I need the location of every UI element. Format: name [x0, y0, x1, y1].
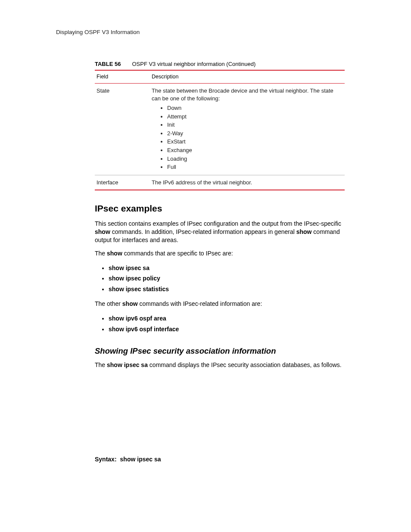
list-item: show ipsec policy: [109, 273, 345, 284]
table-row: State The state between the Brocade devi…: [95, 84, 345, 174]
keyword-show: show: [296, 228, 312, 235]
list-item: show ipsec sa: [109, 263, 345, 274]
keyword-show: show: [122, 300, 138, 307]
state-item: Init: [167, 121, 343, 129]
heading-showing-ipsec-sa: Showing IPsec security association infor…: [95, 346, 345, 357]
syntax-line: Syntax:show ipsec sa: [95, 455, 345, 464]
text: The: [95, 250, 107, 257]
paragraph: The show commands that are specific to I…: [95, 249, 345, 258]
table-56: TABLE 56OSPF V3 virtual neighbor informa…: [95, 60, 345, 190]
text: commands with IPsec-related information …: [138, 300, 262, 307]
keyword-command: show ipsec sa: [107, 361, 148, 368]
state-item: ExStart: [167, 137, 343, 146]
state-item: Full: [167, 163, 343, 171]
text: This section contains examples of IPsec …: [95, 220, 341, 227]
state-intro: The state between the Brocade device and…: [152, 87, 343, 102]
state-item: Down: [167, 104, 343, 112]
text: commands. In addition, IPsec-related inf…: [110, 228, 296, 235]
syntax-command: show ipsec sa: [120, 456, 161, 463]
table-cell-description: The IPv6 address of the virtual neighbor…: [152, 179, 343, 187]
state-item: Exchange: [167, 146, 343, 155]
table-cell-field: State: [97, 87, 152, 171]
heading-ipsec-examples: IPsec examples: [95, 202, 345, 215]
command-list-other: show ipv6 ospf area show ipv6 ospf inter…: [95, 313, 345, 335]
paragraph: The show ipsec sa command displays the I…: [95, 361, 345, 369]
state-item: Attempt: [167, 112, 343, 121]
command-list-ipsec: show ipsec sa show ipsec policy show ips…: [95, 263, 345, 295]
table-cell-field: Interface: [97, 179, 152, 187]
state-item: 2-Way: [167, 129, 343, 138]
text: The other: [95, 300, 122, 307]
paragraph: This section contains examples of IPsec …: [95, 220, 345, 244]
table-cell-description: The state between the Brocade device and…: [152, 87, 343, 171]
list-item: show ipv6 ospf interface: [109, 324, 345, 335]
state-list: Down Attempt Init 2-Way ExStart Exchange…: [152, 104, 343, 171]
table-title: OSPF V3 virtual neighbor information (Co…: [132, 61, 255, 67]
table-row: Interface The IPv6 address of the virtua…: [95, 175, 345, 190]
table-header-description: Description: [152, 73, 343, 81]
keyword-show: show: [107, 250, 122, 257]
list-item: show ipsec statistics: [109, 284, 345, 295]
table-header-row: Field Description: [95, 71, 345, 83]
text: command displays the IPsec security asso…: [148, 361, 342, 368]
table-label: TABLE 56: [95, 61, 121, 67]
text: commands that are specific to IPsec are:: [122, 250, 233, 257]
table-caption: TABLE 56OSPF V3 virtual neighbor informa…: [95, 60, 345, 68]
keyword-show: show: [95, 228, 110, 235]
list-item: show ipv6 ospf area: [109, 313, 345, 324]
table-header-field: Field: [97, 73, 152, 81]
state-item: Loading: [167, 155, 343, 163]
syntax-label: Syntax:: [95, 456, 117, 463]
paragraph: The other show commands with IPsec-relat…: [95, 300, 345, 308]
text: The: [95, 361, 107, 368]
running-header: Displaying OSPF V3 Information: [56, 28, 355, 36]
